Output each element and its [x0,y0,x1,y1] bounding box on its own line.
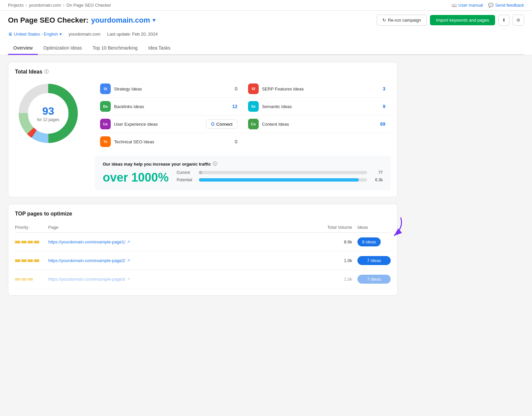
backlinks-badge: Ba [100,101,111,112]
col-page: Page [48,225,314,230]
priority-bars-2 [15,259,48,262]
ideas-cell-1: 8 ideas [357,237,391,246]
breadcrumb-current: On Page SEO Checker [66,3,111,8]
header-actions: ↻ Re-run campaign Import keywords and pa… [377,15,524,26]
ux-label: User Experience Ideas [114,122,203,127]
potential-label: Potential [177,178,195,182]
potential-bar-bg [199,178,367,182]
google-connect-button[interactable]: G Connect [206,119,237,129]
table-row: https://yourdomain.com/example-page3/ ↗ … [15,270,391,289]
send-feedback-button[interactable]: 💬 Send feedback [488,3,524,8]
pbar [28,278,33,281]
donut-label: for 12 pages [37,117,60,122]
current-bar-bg [199,171,367,174]
pbar [28,241,33,243]
breadcrumb-domain[interactable]: yourdomain.com [29,3,61,8]
idea-row-semantic: Se Semantic Ideas 9 [243,98,391,115]
site-label: yourdomain.com [68,32,100,37]
pbar [21,259,27,262]
serp-label: SERP Features Ideas [262,86,374,91]
tab-idea-tasks[interactable]: Idea Tasks [143,42,176,55]
table-header: Priority Page Total Volume Ideas [15,222,391,233]
external-link-icon: ↗ [127,240,130,244]
page-link-3[interactable]: https://yourdomain.com/example-page3/ ↗ [48,277,314,282]
page-link-1[interactable]: https://yourdomain.com/example-page1/ ↗ [48,239,314,244]
idea-row-backlinks: Ba Backlinks Ideas 12 [95,98,243,115]
chevron-down-icon[interactable]: ▾ [153,17,155,23]
volume-3: 1.0k [314,277,357,282]
serp-badge: Sf [248,83,259,94]
col-volume: Total Volume [314,225,357,230]
ideas-button-3[interactable]: 7 ideas [357,275,391,284]
idea-row-technical: Te Technical SEO Ideas 0 [95,133,243,150]
google-icon: G [211,121,215,127]
last-update: Last update: Feb 20, 2024 [107,32,158,37]
tab-bar: Overview Optimization Ideas Top 10 Bench… [8,42,524,55]
pbar [21,278,27,281]
import-button[interactable]: Import keywords and pages [430,15,495,25]
top-pages-card: TOP pages to optimize Priority Page Tota… [8,204,398,296]
external-link-icon: ↗ [127,258,130,263]
breadcrumb-sep-2: › [63,3,64,8]
traffic-main: over 1000% Current 77 Potential [103,170,383,185]
total-ideas-info-icon[interactable]: ⓘ [44,69,49,75]
current-label: Current [177,170,195,175]
page-title: On Page SEO Checker: yourdomain.com ▾ [8,16,155,25]
serp-count: 3 [377,86,385,91]
book-icon: 📖 [452,3,457,8]
page-link-2[interactable]: https://yourdomain.com/example-page2/ ↗ [48,258,314,263]
traffic-info-icon[interactable]: ⓘ [213,161,217,167]
donut-number: 93 [37,105,60,117]
breadcrumb-projects[interactable]: Projects [8,3,24,8]
ideas-button-2[interactable]: 7 ideas [357,256,391,265]
idea-row-strategy: St Strategy Ideas 0 [95,80,243,98]
ideas-button-1[interactable]: 8 ideas [357,237,381,246]
volume-1: 8.6k [314,239,357,244]
tab-top10-benchmarking[interactable]: Top 10 Benchmarking [87,42,143,55]
settings-button[interactable]: ⚙ [513,15,524,26]
gear-icon: ⚙ [516,18,520,23]
header-top: On Page SEO Checker: yourdomain.com ▾ ↻ … [8,15,524,26]
backlinks-count: 12 [229,104,237,109]
traffic-percent: over 1000% [103,171,169,185]
backlinks-label: Backlinks Ideas [114,104,226,109]
donut-chart: 93 for 12 pages [15,80,81,147]
chevron-icon: ▾ [60,32,62,37]
rerun-button[interactable]: ↻ Re-run campaign [377,15,427,26]
idea-row-content: Co Content Ideas 69 [243,115,391,133]
traffic-bars: Current 77 Potential [177,170,383,185]
external-link-icon: ↗ [127,277,130,281]
idea-row-serp: Sf SERP Features Ideas 3 [243,80,391,98]
title-static: On Page SEO Checker: [8,16,88,25]
total-ideas-body: 93 for 12 pages St Strategy Ideas 0 Sf [15,80,391,190]
export-button[interactable]: ⬆ [498,15,509,26]
main-content: Total Ideas ⓘ 93 [0,55,406,309]
user-manual-button[interactable]: 📖 User manual [452,3,483,8]
col-priority: Priority [15,225,48,230]
col-ideas: Ideas [357,225,391,230]
tab-overview[interactable]: Overview [8,42,38,55]
page-header: On Page SEO Checker: yourdomain.com ▾ ↻ … [0,11,532,55]
potential-bar-fill [199,178,359,182]
domain-link[interactable]: yourdomain.com [91,16,150,25]
breadcrumb-sep-1: › [26,3,27,8]
ux-badge: Ux [100,119,111,129]
ideas-section: St Strategy Ideas 0 Sf SERP Features Ide… [95,80,391,190]
traffic-box: Our ideas may help you increase your org… [95,156,391,190]
pbar [21,241,27,243]
technical-count: 0 [229,139,237,144]
pbar [15,241,20,243]
pbar [28,259,33,262]
feedback-icon: 💬 [488,3,493,8]
pbar [34,241,39,243]
tab-optimization-ideas[interactable]: Optimization Ideas [38,42,87,55]
semantic-label: Semantic Ideas [262,104,374,109]
subheader: 🖥 United States - English ▾ yourdomain.c… [8,29,524,41]
potential-traffic-row: Potential 6.3k [177,178,383,182]
volume-2: 1.0k [314,258,357,263]
locale-button[interactable]: 🖥 United States - English ▾ [8,32,62,37]
current-value: 77 [371,170,383,175]
priority-bars-1 [15,241,48,243]
top-pages-title: TOP pages to optimize [15,211,391,217]
table-row: https://yourdomain.com/example-page2/ ↗ … [15,251,391,270]
